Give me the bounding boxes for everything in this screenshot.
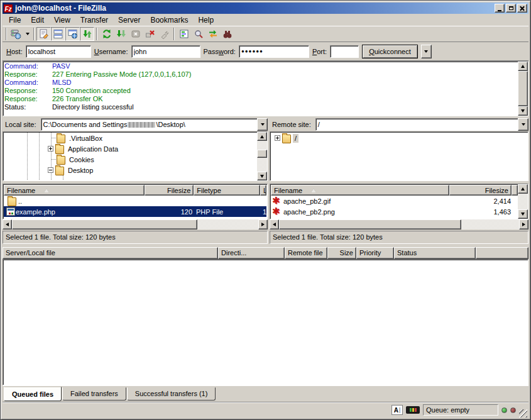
scroll-up-button[interactable] (518, 184, 528, 194)
toggle-remote-tree-button[interactable] (65, 27, 80, 41)
tree-item-desktop[interactable]: Desktop (4, 165, 256, 175)
host-input[interactable] (26, 45, 91, 58)
expand-icon[interactable] (275, 135, 280, 141)
column-header-filename[interactable]: Filename (271, 185, 449, 196)
scrollbar-thumb[interactable] (257, 150, 267, 158)
tree-item-root[interactable]: / (271, 133, 527, 143)
scroll-up-button[interactable] (257, 132, 267, 141)
scroll-up-button[interactable] (518, 62, 528, 71)
remote-list-scrollbar[interactable] (518, 184, 528, 219)
tree-item-virtualbox[interactable]: .VirtualBox (4, 133, 256, 143)
quickconnect-dropdown[interactable] (421, 45, 432, 58)
maximize-button[interactable] (506, 4, 516, 13)
tree-item-application-data[interactable]: Application Data (4, 143, 256, 154)
file-row[interactable]: apache_pb2.gif 2,414 (271, 196, 518, 206)
scroll-down-button[interactable] (518, 209, 528, 219)
activity-led-green (501, 407, 507, 413)
column-header-filetype[interactable]: Filetype (194, 185, 260, 196)
cancel-button[interactable] (128, 27, 143, 41)
menu-server[interactable]: Server (113, 14, 145, 26)
queue-list[interactable] (3, 259, 528, 386)
sync-browse-button[interactable] (205, 27, 220, 41)
queue-column-local-file[interactable]: Server/Local file (3, 247, 218, 259)
local-site-combo[interactable]: C:\Documents and Settings\Desktop\ (41, 118, 268, 131)
menu-bookmarks[interactable]: Bookmarks (145, 14, 193, 26)
collapse-icon[interactable] (48, 167, 53, 173)
minimize-button[interactable] (495, 4, 505, 13)
tab-failed-transfers[interactable]: Failed transfers (62, 387, 126, 401)
site-manager-button[interactable] (9, 27, 23, 41)
local-site-path[interactable]: C:\Documents and Settings\Desktop\ (41, 118, 257, 131)
file-row-parent-dir[interactable]: .. (4, 196, 266, 206)
file-row[interactable]: apache_pb2_ani.gif 2,160 (271, 217, 518, 218)
reconnect-button[interactable] (157, 27, 172, 41)
remote-horizontal-scrollbar[interactable] (270, 219, 528, 229)
menu-edit[interactable]: Edit (26, 14, 49, 26)
compare-button[interactable] (191, 27, 205, 41)
scrollbar-thumb[interactable] (12, 219, 197, 229)
resize-grip[interactable] (519, 409, 527, 417)
scroll-right-button[interactable] (519, 219, 528, 229)
expand-icon[interactable] (48, 146, 53, 152)
queue-column-size[interactable]: Size (327, 247, 356, 259)
filter-button[interactable] (177, 27, 191, 41)
menu-view[interactable]: View (49, 14, 75, 26)
queue-column-priority[interactable]: Priority (356, 247, 394, 259)
queue-column-status[interactable]: Status (394, 247, 476, 259)
disconnect-button[interactable] (143, 27, 157, 41)
remote-site-dropdown[interactable] (518, 118, 528, 131)
site-manager-dropdown[interactable] (23, 27, 31, 41)
queue-column-direction[interactable]: Directi... (218, 247, 285, 259)
local-site-label: Local site: (3, 121, 39, 128)
close-icon (520, 6, 525, 11)
local-site-dropdown[interactable] (257, 118, 268, 131)
scrollbar-thumb[interactable] (279, 219, 461, 229)
toggle-queue-button[interactable] (80, 27, 94, 41)
find-button[interactable] (220, 27, 234, 41)
file-row-selected[interactable]: example.php 120 PHP File 1 (4, 206, 266, 217)
remote-site-path[interactable]: / (315, 118, 518, 131)
quickconnect-button[interactable]: Quickconnect (362, 45, 418, 58)
toolbar-grip (6, 28, 7, 40)
toggle-local-tree-button[interactable] (51, 27, 65, 41)
log-scrollbar[interactable] (518, 62, 528, 116)
title-bar[interactable]: Fz john@localhost - FileZilla (3, 3, 528, 14)
local-horizontal-scrollbar[interactable] (3, 219, 268, 229)
close-button[interactable] (517, 4, 527, 13)
toggle-log-button[interactable] (36, 27, 51, 41)
speed-limit-icon[interactable] (406, 406, 420, 414)
scrollbar-thumb[interactable] (518, 71, 528, 106)
menu-help[interactable]: Help (193, 14, 219, 26)
tab-successful-transfers[interactable]: Successful transfers (1) (127, 387, 216, 401)
username-input[interactable] (131, 45, 200, 58)
scroll-right-button[interactable] (258, 219, 268, 229)
file-row[interactable]: apache_pb2.png 1,463 (271, 206, 518, 217)
sort-ascending-icon (44, 189, 49, 192)
queue-column-remote-file[interactable]: Remote file (285, 247, 327, 259)
remote-file-list: Filename Filesize apache_pb2.gif 2,414 a… (270, 184, 528, 219)
menu-file[interactable]: File (4, 14, 26, 26)
scroll-down-button[interactable] (518, 106, 528, 116)
local-tree-scrollbar[interactable] (257, 132, 267, 180)
scroll-left-button[interactable] (3, 219, 12, 229)
chevron-down-icon (522, 123, 525, 126)
filezilla-window: Fz john@localhost - FileZilla File Edit … (0, 0, 531, 420)
tab-queued-files[interactable]: Queued files (4, 387, 62, 401)
column-header-filesize[interactable]: Filesize (145, 185, 194, 196)
refresh-button[interactable] (99, 27, 114, 41)
transfer-type-icon[interactable]: A (391, 405, 403, 415)
password-input[interactable] (239, 45, 309, 58)
scroll-left-button[interactable] (270, 219, 279, 229)
image-file-icon (273, 207, 282, 216)
menu-transfer[interactable]: Transfer (75, 14, 113, 26)
tree-item-cookies[interactable]: Cookies (4, 154, 256, 165)
column-header-lastmodified[interactable]: L (260, 185, 266, 196)
port-input[interactable] (330, 45, 359, 58)
column-header-filename[interactable]: Filename (4, 185, 145, 196)
chevron-down-icon (26, 33, 30, 35)
remote-site-combo[interactable]: / (315, 118, 528, 131)
process-queue-button[interactable] (114, 27, 128, 41)
column-header-filesize[interactable]: Filesize (449, 185, 512, 196)
scroll-down-button[interactable] (257, 172, 267, 180)
message-log-content: Command:PASV Response:227 Entering Passi… (4, 62, 517, 115)
